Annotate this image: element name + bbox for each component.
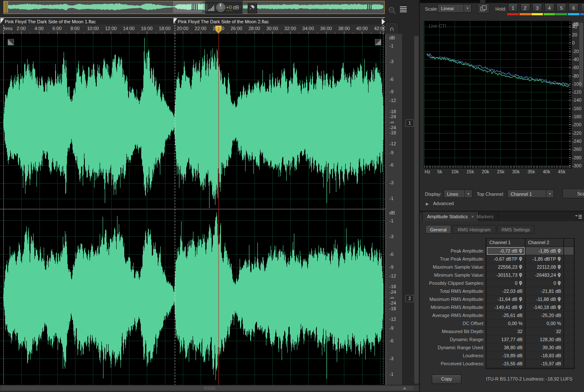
stats-cell[interactable]: -15,55 dB	[487, 360, 525, 367]
overview-waveform-canvas[interactable]	[4, 1, 383, 13]
pin-icon[interactable]	[519, 249, 523, 253]
zoom-out-icon[interactable]	[388, 6, 397, 15]
stats-cell[interactable]: -22,03 dB	[487, 287, 525, 295]
pin-icon[interactable]	[519, 273, 523, 278]
stats-cell[interactable]: -18,83 dB	[525, 352, 563, 359]
stats-cell[interactable]: -25,20 dB	[525, 311, 563, 319]
stats-cell[interactable]: -19,89 dB	[487, 352, 525, 359]
stats-cell[interactable]: 38,80 dB	[487, 344, 525, 351]
pin-icon[interactable]	[557, 273, 561, 278]
hold-button-2[interactable]: 2	[520, 3, 530, 12]
tab-markers[interactable]: Markers	[472, 212, 498, 221]
pin-icon[interactable]	[557, 305, 561, 310]
scale-dropdown[interactable]: Linear ▼	[438, 4, 472, 13]
gain-value[interactable]: +0	[226, 5, 232, 11]
gain-knob[interactable]	[216, 3, 225, 12]
hold-button-5[interactable]: 5	[556, 3, 566, 12]
panel-menu-icon[interactable]	[575, 214, 582, 219]
pin-icon[interactable]	[557, 265, 561, 270]
hold-button-4[interactable]: 4	[545, 3, 554, 12]
pin-icon[interactable]	[557, 281, 561, 286]
stats-cell[interactable]: -0,67 dBTP	[487, 255, 525, 263]
frequency-graph-canvas[interactable]	[424, 21, 570, 167]
horizontal-scrollbar[interactable]	[0, 385, 420, 391]
stats-cell[interactable]: -30151,73	[487, 271, 525, 279]
stats-cell[interactable]: 137,77 dB	[487, 336, 525, 343]
stats-cell[interactable]: -25,61 dB	[487, 311, 525, 319]
stats-cell[interactable]: -1,85 dB	[525, 247, 563, 255]
clip-start-marker[interactable]	[173, 18, 177, 24]
copy-button[interactable]: Copy	[432, 375, 461, 384]
stats-cell[interactable]: -0,72 dB	[487, 247, 525, 255]
stats-cell[interactable]: -21,81 dB	[525, 287, 563, 295]
scrollbar-arrow-icon[interactable]	[403, 387, 406, 389]
subtab-rms-histogram[interactable]: RMS Histogram	[452, 225, 496, 234]
hold-button-7[interactable]: 7	[581, 3, 584, 12]
audition-app: { "editor": { "hud": {"gain_value": "+0"…	[0, 0, 584, 392]
clip-end-marker[interactable]	[382, 19, 385, 25]
stats-cell[interactable]: 39,30 dB	[525, 344, 563, 351]
copy-graph-button[interactable]	[478, 4, 489, 14]
subtab-general[interactable]: General	[425, 225, 451, 234]
frequency-graph-frame	[424, 21, 572, 169]
pin-icon[interactable]	[557, 257, 561, 261]
scan-selection-button[interactable]: Scan Selection	[562, 189, 584, 198]
freq-scrollbar-thumb[interactable]	[579, 23, 583, 87]
stats-cell[interactable]: 0	[487, 279, 525, 287]
stats-cell[interactable]: 22556,23	[487, 263, 525, 271]
tab-amplitude-statistics[interactable]: Amplitude Statistics ×	[423, 212, 478, 221]
hud-drag-grip[interactable]	[206, 4, 207, 11]
freq-db-label: 0	[572, 40, 575, 45]
stats-cell[interactable]: 0,00 %	[525, 320, 563, 327]
vertical-scrollbar-thumb[interactable]	[414, 36, 419, 384]
pin-icon[interactable]	[519, 265, 523, 270]
overview-left-handle[interactable]	[4, 1, 8, 13]
stats-cell[interactable]: 22112,08	[525, 263, 563, 271]
file-label-1[interactable]: Pink Floyd The Dark Side of the Moon 1.f…	[5, 19, 96, 24]
overview-navigator[interactable]	[3, 1, 385, 14]
editor-menu-icon[interactable]	[400, 6, 407, 13]
stats-value: -0,72 dB	[500, 248, 517, 253]
stats-cell[interactable]: 0	[525, 279, 563, 287]
selection-handle-top-left[interactable]	[8, 39, 14, 45]
stats-cell[interactable]: 32	[487, 328, 525, 335]
hold-button-6[interactable]: 6	[569, 3, 578, 12]
advanced-expander-icon[interactable]: ▶	[426, 202, 429, 206]
stats-cell[interactable]: -26483,24	[525, 271, 563, 279]
pin-icon[interactable]	[557, 297, 561, 302]
file-label-2[interactable]: Pink Floyd The Dark Side of the Moon 2.f…	[178, 19, 269, 24]
pin-icon[interactable]	[557, 249, 561, 253]
amplitude-ruler-label: -1	[389, 196, 394, 201]
amplitude-ruler[interactable]	[385, 34, 402, 385]
stats-cell[interactable]: -11,64 dB	[487, 295, 525, 303]
clip-start-marker[interactable]	[0, 18, 4, 24]
channel-2-badge[interactable]: 2	[405, 295, 414, 302]
stats-cell[interactable]: -140,18 dB	[525, 303, 563, 311]
dock-divider[interactable]	[419, 0, 420, 392]
advanced-label[interactable]: Advanced	[433, 201, 454, 206]
stats-cell[interactable]: 0,00 %	[487, 320, 525, 327]
hold-button-3[interactable]: 3	[532, 3, 542, 12]
pin-icon[interactable]	[519, 257, 523, 261]
stats-cell[interactable]: -11,88 dB	[525, 295, 563, 303]
hud-pin-button[interactable]	[248, 3, 257, 14]
snap-toggle-button[interactable]: ∩	[386, 23, 398, 35]
waveform-canvas[interactable]	[0, 34, 385, 385]
pin-icon[interactable]	[519, 281, 523, 286]
stats-cell[interactable]: 32	[525, 328, 563, 335]
stats-cell[interactable]: -1,85 dBTP	[525, 255, 563, 263]
stats-cell[interactable]: -149,41 dB	[487, 303, 525, 311]
amplitude-ruler-label: -12	[389, 141, 396, 146]
subtab-rms-settings[interactable]: RMS Settings	[497, 225, 534, 234]
pin-icon[interactable]	[519, 305, 523, 310]
pin-icon[interactable]	[519, 297, 523, 302]
hold-button-1[interactable]: 1	[508, 3, 518, 12]
display-dropdown[interactable]: Lines ▼	[444, 190, 472, 198]
top-channel-dropdown[interactable]: Channel 1 ▼	[507, 190, 554, 198]
timeline-ruler[interactable]: hms 2:004:006:008:0010:0012:0014:0016:00…	[0, 25, 385, 34]
selection-handle-top-right[interactable]	[375, 39, 381, 45]
stats-cell[interactable]: -15,97 dB	[525, 360, 563, 367]
amplitude-ruler-label: -18	[389, 130, 396, 135]
stats-cell[interactable]: 128,30 dB	[525, 336, 563, 343]
channel-1-badge[interactable]: 1	[405, 120, 414, 127]
